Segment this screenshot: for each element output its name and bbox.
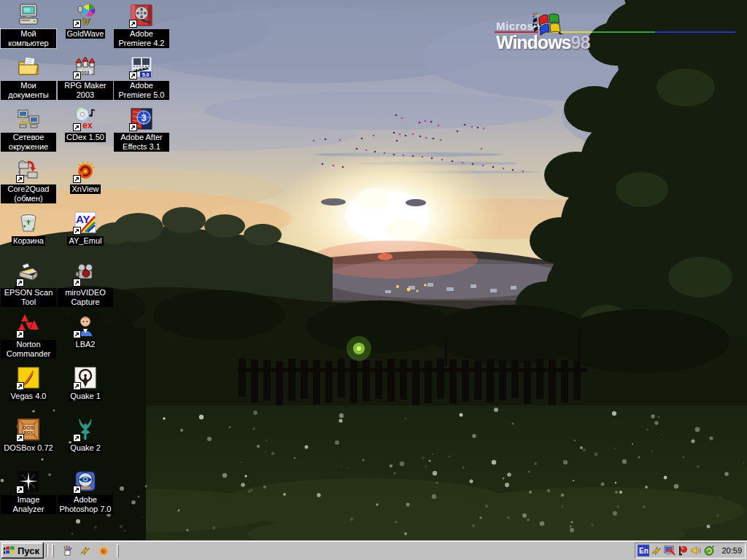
desktop-icon-lba2[interactable]: LBA2 — [58, 314, 113, 349]
desktop-icon-label: Adobe Premiere 5.0 — [114, 81, 169, 100]
desktop-icon-label: Adobe After Effects 3.1 — [114, 133, 169, 152]
norton-commander-icon — [17, 314, 40, 338]
volume-icon[interactable] — [690, 545, 702, 556]
desktop-icon-label: GoldWave — [66, 29, 106, 39]
dosbox-icon: DOSBOX — [17, 418, 40, 441]
desktop-icon-label: LBA2 — [74, 340, 97, 349]
premiere50-icon: 5.0 — [130, 55, 153, 79]
desktop: Microsoft Windows98 — [0, 0, 747, 540]
desktop-icon-label: EPSON Scan Tool — [1, 288, 56, 307]
desktop-icon-quake2[interactable]: Quake 2 — [58, 418, 113, 453]
shared-folder-icon — [17, 159, 40, 182]
desktop-icon-premiere50[interactable]: 5.0Adobe Premiere 5.0 — [114, 55, 169, 100]
desktop-icon-rpg-maker[interactable]: 003RPG Maker 2003 — [58, 55, 113, 100]
desktop-icon-label: Корзина — [12, 236, 45, 246]
network-icon — [17, 107, 40, 131]
desktop-icon-label: CDex 1.50 — [65, 133, 106, 142]
desktop-icon-scanner[interactable]: EPSON Scan Tool — [1, 262, 56, 307]
desktop-icon-label: Adobe Photoshop 7.0 — [58, 495, 113, 514]
premiere42-icon — [130, 4, 153, 27]
start-button-label: Пуск — [18, 545, 39, 556]
quake1-icon — [74, 366, 97, 389]
xnview-icon — [74, 159, 97, 182]
display-settings-icon[interactable] — [664, 545, 676, 556]
ay-emul-icon: AY — [74, 211, 97, 234]
xnview-small-icon[interactable] — [97, 544, 110, 557]
desktop-icon-premiere42[interactable]: Adobe Premiere 4.2 — [114, 4, 169, 48]
aftereffects-icon: 3 — [130, 107, 153, 131]
desktop-icon-vegas[interactable]: Vegas 4.0 — [1, 366, 56, 401]
desktop-icon-label: Quake 1 — [69, 392, 102, 401]
desktop-icon-ay-emul[interactable]: AYAY_Emul — [58, 211, 113, 246]
desktop-icon-label: Мой компьютер — [1, 29, 56, 48]
language-indicator[interactable]: En — [638, 545, 649, 556]
svg-text:003: 003 — [82, 70, 90, 75]
desktop-icon-dosbox[interactable]: DOSBOXDOSBox 0.72 — [1, 418, 56, 453]
svg-text:AY: AY — [76, 213, 90, 225]
desktop-icon-xnview[interactable]: XnView — [58, 159, 113, 194]
svg-text:ex: ex — [82, 120, 93, 131]
desktop-icon-label: RPG Maker 2003 — [58, 81, 113, 100]
desktop-icon-my-computer[interactable]: Мой компьютер — [1, 4, 56, 48]
desktop-icon-label: Adobe Premiere 4.2 — [114, 29, 169, 48]
gold-lightning-icon[interactable] — [79, 544, 92, 557]
windows-flag-icon — [4, 545, 15, 556]
desktop-icon-label: Image Analyzer — [1, 495, 56, 514]
pen-cup-icon[interactable] — [61, 544, 74, 557]
system-tray: En 20:59 — [635, 542, 746, 559]
desktop-icon-mirovideo[interactable]: miroVIDEO Capture — [58, 262, 113, 307]
image-analyzer-icon — [17, 470, 40, 493]
desktop-icon-label: Мои документы — [1, 81, 56, 100]
recycle-bin-icon — [17, 211, 40, 234]
desktop-icon-label: Core2Quad (обмен) — [1, 184, 56, 203]
svg-text:BOX: BOX — [23, 430, 33, 435]
desktop-icon-label: Norton Commander — [1, 340, 56, 359]
cdex-icon: ex — [74, 107, 97, 131]
rpg-maker-icon: 003 — [74, 55, 97, 79]
quick-launch-bar — [61, 544, 110, 557]
green-shell-tray-icon[interactable] — [703, 545, 715, 556]
start-button[interactable]: Пуск — [1, 542, 44, 559]
svg-text:DOS: DOS — [23, 425, 34, 430]
desktop-icon-network[interactable]: Сетевое окружение — [1, 107, 56, 152]
svg-text:5.0: 5.0 — [142, 72, 150, 77]
photoshop-icon — [74, 470, 97, 493]
desktop-icon-aftereffects[interactable]: 3Adobe After Effects 3.1 — [114, 107, 169, 152]
desktop-icon-label: AY_Emul — [67, 236, 103, 246]
mirovideo-icon — [74, 262, 97, 286]
desktop-icon-shared-folder[interactable]: Core2Quad (обмен) — [1, 159, 56, 203]
desktop-icon-norton-commander[interactable]: Norton Commander — [1, 314, 56, 359]
desktop-icon-label: XnView — [70, 184, 100, 194]
desktop-icon-photoshop[interactable]: Adobe Photoshop 7.0 — [58, 470, 113, 514]
red-ball-tray-icon[interactable] — [677, 545, 689, 556]
desktop-icon-label: Quake 2 — [69, 443, 102, 453]
desktop-icon-image-analyzer[interactable]: Image Analyzer — [1, 470, 56, 514]
lba2-icon — [74, 314, 97, 338]
taskbar-clock[interactable]: 20:59 — [721, 546, 742, 555]
my-computer-icon — [17, 4, 40, 27]
desktop-icon-goldwave[interactable]: WGoldWave — [58, 4, 113, 39]
taskbar-divider — [46, 544, 48, 557]
svg-text:W: W — [82, 16, 91, 27]
desktop-icon-label: Vegas 4.0 — [9, 392, 48, 401]
desktop-icon-my-documents[interactable]: Мои документы — [1, 55, 56, 100]
desktop-icon-quake1[interactable]: Quake 1 — [58, 366, 113, 401]
taskbar-handle[interactable] — [117, 544, 119, 557]
desktop-icon-label: DOSBox 0.72 — [2, 443, 54, 453]
scanner-icon — [17, 262, 40, 286]
desktop-icon-cdex[interactable]: exCDex 1.50 — [58, 107, 113, 142]
my-documents-icon — [17, 55, 40, 79]
goldwave-icon: W — [74, 4, 97, 27]
lightning-tray-icon[interactable] — [651, 545, 662, 556]
desktop-icon-recycle-bin[interactable]: Корзина — [1, 211, 56, 246]
desktop-icon-label: miroVIDEO Capture — [58, 288, 113, 307]
quake2-icon — [74, 418, 97, 441]
desktop-icon-label: Сетевое окружение — [1, 133, 56, 152]
vegas-icon — [17, 366, 40, 389]
quick-launch-handle[interactable] — [52, 544, 54, 557]
taskbar: Пуск En 20:59 — [0, 540, 747, 560]
svg-text:3: 3 — [141, 112, 146, 123]
